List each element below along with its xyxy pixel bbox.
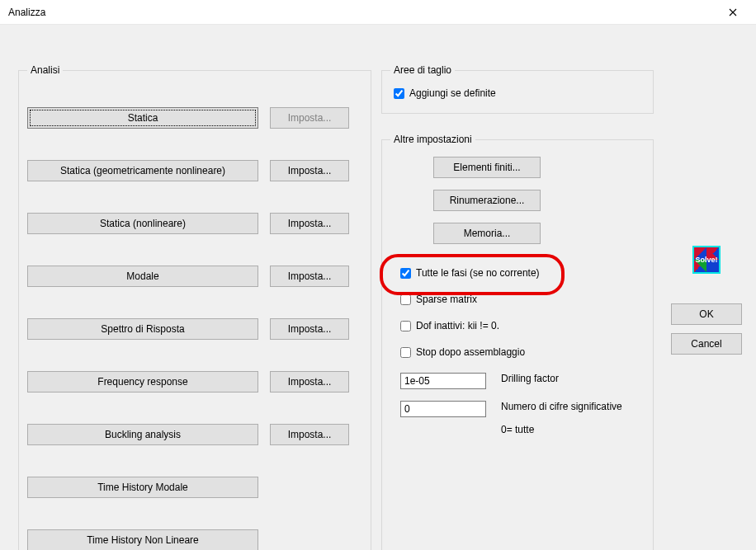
dialog-body: Analisi Statica Imposta... Statica (geom… xyxy=(0,25,756,550)
cancel-button[interactable]: Cancel xyxy=(671,333,742,355)
imposta-statica-button: Imposta... xyxy=(270,107,349,129)
group-analisi: Analisi Statica Imposta... Statica (geom… xyxy=(18,64,371,550)
group-aree: Aree di taglio Aggiungi se definite xyxy=(381,64,654,114)
tutte-fasi-label: Tutte le fasi (se no corrente) xyxy=(416,267,540,279)
window-title: Analizza xyxy=(8,7,716,18)
analysis-statica-geom-nl-button[interactable]: Statica (geometricamente nonlineare) xyxy=(27,160,258,181)
aggiungi-label: Aggiungi se definite xyxy=(409,87,496,99)
legend-altre: Altre impostazioni xyxy=(390,134,475,145)
dof-inattivi-checkbox[interactable] xyxy=(400,321,411,331)
imposta-buckling-button[interactable]: Imposta... xyxy=(270,424,349,445)
titlebar: Analizza xyxy=(0,0,756,25)
memoria-button[interactable]: Memoria... xyxy=(433,223,541,244)
right-panel: Solve! OK Cancel xyxy=(670,246,743,363)
elementi-finiti-button[interactable]: Elementi finiti... xyxy=(433,157,541,178)
aggiungi-checkbox[interactable] xyxy=(394,88,404,99)
sparse-matrix-checkbox[interactable] xyxy=(400,294,411,305)
imposta-statica-geom-nl-button[interactable]: Imposta... xyxy=(270,160,349,181)
solve-icon[interactable]: Solve! xyxy=(692,246,721,274)
imposta-spettro-button[interactable]: Imposta... xyxy=(270,318,349,340)
analysis-spettro-button[interactable]: Spettro di Risposta xyxy=(27,318,258,340)
rinumerazione-button[interactable]: Rinumerazione... xyxy=(433,190,541,211)
drilling-factor-input[interactable] xyxy=(400,373,486,389)
drilling-factor-label: Drilling factor xyxy=(501,373,559,384)
stop-assemblaggio-label: Stop dopo assemblaggio xyxy=(416,346,525,358)
ok-button[interactable]: OK xyxy=(671,303,742,325)
analysis-buckling-button[interactable]: Buckling analysis xyxy=(27,424,258,445)
close-icon xyxy=(729,8,737,16)
stop-assemblaggio-checkbox[interactable] xyxy=(400,347,411,358)
analysis-statica-nl-button[interactable]: Statica (nonlineare) xyxy=(27,213,258,234)
analysis-statica-button[interactable]: Statica xyxy=(27,107,258,129)
analysis-modale-button[interactable]: Modale xyxy=(27,266,258,287)
legend-analisi: Analisi xyxy=(27,64,63,76)
sparse-matrix-label: Sparse matrix xyxy=(416,294,477,305)
cifre-significative-label: Numero di cifre significative xyxy=(501,401,622,412)
analysis-th-nonlineare-button[interactable]: Time History Non Lineare xyxy=(27,529,258,550)
imposta-frequency-button[interactable]: Imposta... xyxy=(270,371,349,393)
analysis-frequency-button[interactable]: Frequency response xyxy=(27,371,258,393)
cifre-significative-input[interactable] xyxy=(400,401,486,417)
imposta-modale-button[interactable]: Imposta... xyxy=(270,266,349,287)
dof-inattivi-label: Dof inattivi: kii != 0. xyxy=(416,320,499,331)
tutte-fasi-checkbox[interactable] xyxy=(400,268,411,279)
cifre-sublabel: 0= tutte xyxy=(501,424,645,435)
close-button[interactable] xyxy=(716,1,749,24)
group-altre: Altre impostazioni Elementi finiti... Ri… xyxy=(381,134,654,550)
analysis-th-modale-button[interactable]: Time History Modale xyxy=(27,477,258,498)
imposta-statica-nl-button[interactable]: Imposta... xyxy=(270,213,349,234)
legend-aree: Aree di taglio xyxy=(390,64,455,76)
